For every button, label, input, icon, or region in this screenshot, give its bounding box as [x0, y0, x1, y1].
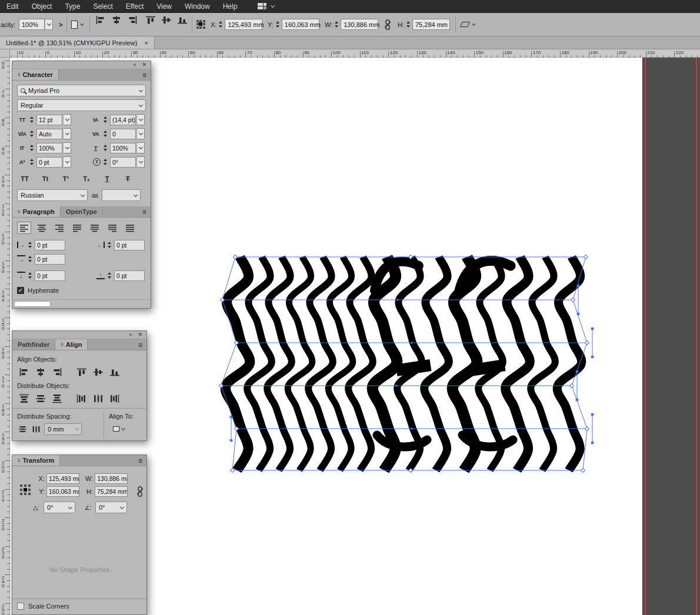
chevron-down-icon[interactable] — [136, 142, 145, 153]
workspace-switcher[interactable] — [258, 3, 274, 9]
chevron-down-icon[interactable] — [66, 507, 75, 509]
align-horizontal-center-button[interactable] — [34, 366, 48, 378]
leading-control[interactable]: tA (14,4 pt) — [91, 114, 145, 125]
first-line-indent-control[interactable]: → 0 pt — [17, 253, 65, 265]
small-caps-button[interactable]: Tt — [38, 173, 53, 185]
chevron-down-icon[interactable] — [78, 195, 87, 196]
document-tab[interactable]: Untitled-1* @ 130,51% (CMYK/GPU Preview)… — [0, 36, 155, 49]
x-stepper[interactable] — [218, 19, 224, 30]
align-center-button[interactable] — [35, 222, 49, 234]
transform-h-input[interactable]: 75,284 mm — [95, 486, 128, 497]
stepper[interactable] — [29, 114, 35, 125]
align-vertical-center-button[interactable] — [91, 366, 105, 378]
reference-point-icon[interactable] — [196, 13, 206, 36]
chevron-down-icon[interactable] — [63, 128, 71, 139]
menu-edit[interactable]: Edit — [0, 2, 25, 11]
collapse-panel-icon[interactable]: « — [133, 62, 136, 68]
stepper[interactable] — [106, 270, 112, 281]
leading-value[interactable]: (14,4 pt) — [110, 115, 136, 125]
justify-left-button[interactable] — [70, 222, 84, 234]
justify-all-button[interactable] — [123, 222, 137, 234]
left-indent-value[interactable]: 0 pt — [35, 240, 65, 250]
chevron-down-icon[interactable] — [63, 142, 71, 153]
constrain-proportions-icon[interactable] — [136, 486, 144, 497]
font-size-control[interactable]: TT 12 pt — [17, 114, 71, 125]
horizontal-distribute-space-button[interactable] — [31, 423, 42, 435]
chevron-down-icon[interactable] — [136, 114, 145, 125]
distribute-vertical-bottom-button[interactable] — [50, 392, 64, 405]
menu-select[interactable]: Select — [86, 2, 119, 11]
font-style-select[interactable]: Regular — [17, 99, 146, 111]
vertical-scale-value[interactable]: 100% — [36, 143, 62, 153]
panel-menu-icon[interactable]: ≡ — [142, 208, 146, 216]
panel-menu-icon[interactable]: ≡ — [138, 341, 142, 349]
chevron-down-icon[interactable] — [118, 507, 126, 509]
strikethrough-button[interactable]: T — [120, 173, 135, 185]
align-vertical-center-button[interactable] — [159, 13, 174, 27]
vertical-scale-control[interactable]: IT 100% — [17, 142, 71, 153]
align-vertical-bottom-button[interactable] — [108, 366, 122, 378]
tab-paragraph[interactable]: Paragraph — [12, 206, 61, 217]
reference-point-selector[interactable] — [19, 484, 32, 496]
chevron-down-icon[interactable] — [136, 128, 145, 139]
shear-combo[interactable]: 0° — [95, 502, 127, 513]
shear-dropdown[interactable] — [461, 13, 475, 36]
character-rotation-value[interactable]: 0° — [110, 157, 136, 168]
horizontal-scale-value[interactable]: 100% — [110, 143, 136, 153]
stepper[interactable] — [102, 114, 108, 125]
menu-view[interactable]: View — [150, 2, 178, 11]
align-vertical-top-button[interactable] — [75, 366, 89, 378]
language-select[interactable]: Russian — [17, 189, 88, 201]
distribute-vertical-center-button[interactable] — [34, 392, 48, 405]
w-input[interactable]: 130,886 mm — [341, 19, 378, 30]
horizontal-scale-control[interactable]: T 100% — [91, 142, 145, 153]
panel-menu-icon[interactable]: ≡ — [142, 71, 146, 79]
right-indent-value[interactable]: 0 pt — [114, 240, 145, 250]
tracking-control[interactable]: VA 0 — [91, 128, 145, 139]
baseline-shift-control[interactable]: Aª 0 pt — [17, 156, 71, 168]
align-vertical-bottom-button[interactable] — [175, 13, 189, 27]
collapse-panel-icon[interactable]: « — [129, 332, 132, 337]
stepper[interactable] — [29, 156, 35, 168]
tab-opentype[interactable]: OpenType — [61, 206, 103, 217]
y-stepper[interactable] — [275, 19, 281, 30]
chevron-down-icon[interactable] — [63, 156, 71, 168]
stepper[interactable] — [29, 128, 35, 139]
h-stepper[interactable] — [405, 19, 411, 30]
rotate-combo[interactable]: 0° — [44, 502, 75, 513]
chevron-down-icon[interactable] — [136, 90, 145, 92]
kerning-control[interactable]: V/A Auto — [17, 128, 71, 139]
stepper[interactable] — [27, 239, 33, 250]
close-panel-icon[interactable]: ✕ — [142, 62, 146, 68]
font-family-select[interactable]: Myriad Pro — [17, 85, 146, 96]
chevron-down-icon[interactable] — [63, 114, 71, 125]
menu-effect[interactable]: Effect — [119, 2, 150, 11]
distribute-horizontal-center-button[interactable] — [91, 392, 105, 405]
space-before-value[interactable]: 0 pt — [35, 270, 65, 281]
align-left-button[interactable] — [17, 222, 31, 234]
stepper[interactable] — [29, 142, 35, 153]
stepper[interactable] — [27, 270, 33, 281]
chevron-down-icon[interactable] — [136, 105, 145, 106]
space-before-control[interactable]: ↓ 0 pt — [17, 270, 65, 281]
stepper[interactable] — [102, 128, 108, 139]
space-after-control[interactable]: ↑ 0 pt — [96, 270, 145, 281]
tab-character[interactable]: Character — [12, 69, 59, 80]
distribute-spacing-combo[interactable]: 0 mm — [44, 423, 82, 435]
panel-menu-icon[interactable]: ≡ — [138, 457, 142, 465]
y-input[interactable]: 160,063 mm — [282, 19, 319, 30]
transform-y-input[interactable]: 160,063 mm — [46, 486, 79, 497]
vertical-distribute-space-button[interactable] — [17, 423, 28, 435]
stepper[interactable] — [102, 156, 108, 168]
all-caps-button[interactable]: TT — [17, 173, 32, 185]
underline-button[interactable]: T — [99, 173, 115, 185]
baseline-shift-value[interactable]: 0 pt — [36, 157, 62, 168]
opacity-value[interactable]: 100% — [19, 19, 45, 30]
justify-center-button[interactable] — [88, 222, 102, 234]
chevron-down-icon[interactable] — [45, 19, 53, 30]
x-input[interactable]: 125,493 mm — [225, 19, 262, 30]
align-to-dropdown[interactable] — [109, 423, 129, 435]
first-line-indent-value[interactable]: 0 pt — [35, 254, 65, 265]
menu-type[interactable]: Type — [58, 2, 86, 11]
constrain-proportions-icon[interactable] — [384, 13, 391, 36]
